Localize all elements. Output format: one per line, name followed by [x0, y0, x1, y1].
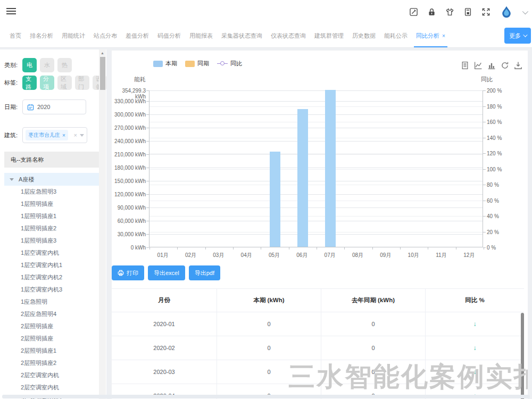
table-header-cell: 本期 (kWh): [217, 289, 321, 312]
table-cell: 0: [321, 312, 426, 336]
tree-item[interactable]: 1层照明插座1: [4, 210, 103, 222]
tab-码值分析[interactable]: 码值分析: [153, 24, 185, 47]
theme-icon[interactable]: [445, 7, 454, 16]
scroll-up-icon[interactable]: ▲: [99, 49, 106, 56]
x-tick-label: 06月: [296, 252, 307, 259]
data-view-icon[interactable]: [461, 61, 469, 70]
y-right-tick-label: 40 %: [487, 213, 499, 219]
tree-item[interactable]: 1层空调室内机1: [4, 259, 103, 271]
y-left-tick-label: 270,000 kWh: [112, 125, 146, 131]
bar-05月[interactable]: [270, 152, 280, 247]
category-chip-电[interactable]: 电: [22, 58, 37, 72]
tree-item[interactable]: 2层空调室内机: [4, 369, 103, 381]
tag-chip-支路[interactable]: 支路: [22, 76, 37, 90]
y-left-tick-label: 150,000 kWh: [112, 178, 146, 184]
y-axis-left-labels: 354,299.3 kWh330,000 kWh300,000 kWh270,0…: [112, 90, 146, 247]
more-button[interactable]: 更多: [504, 28, 531, 44]
tree-item[interactable]: 1层空调室内机: [4, 247, 103, 259]
chevron-down-icon[interactable]: [522, 8, 528, 14]
x-tick-label: 04月: [241, 252, 252, 259]
tree-item[interactable]: 2层照明插座: [4, 332, 103, 345]
tree-item[interactable]: 2层照明插座1: [4, 345, 103, 357]
logo[interactable]: [500, 5, 513, 19]
line-chart-icon[interactable]: [474, 61, 483, 70]
tree-item[interactable]: 1层应急照明3: [4, 186, 103, 198]
horizontal-scrollbar[interactable]: [2, 395, 530, 398]
building-tag: 枣庄市台儿庄×: [26, 130, 68, 140]
tree-root-item[interactable]: A座楼: [4, 173, 103, 186]
legend-item-同期[interactable]: 同期: [185, 60, 209, 68]
building-select[interactable]: 枣庄市台儿庄× ×: [22, 127, 87, 143]
fullscreen-icon[interactable]: [481, 7, 491, 16]
x-axis-labels: 01月02月03月04月05月06月07月08月09月10月11月12月: [149, 252, 483, 259]
tab-close-icon[interactable]: ×: [442, 33, 445, 39]
tab-首页[interactable]: 首页: [5, 24, 26, 47]
tab-站点分布[interactable]: 站点分布: [89, 24, 121, 47]
date-input[interactable]: 2020: [22, 99, 86, 114]
bar-06月[interactable]: [297, 109, 308, 247]
tree-item[interactable]: 1层照明插座2: [4, 222, 103, 235]
tree-item[interactable]: 1层照明插座: [4, 198, 103, 210]
tag-chip-部门[interactable]: 部门: [75, 76, 89, 90]
x-tick-label: 11月: [436, 252, 446, 259]
print-button[interactable]: 打印: [112, 265, 144, 280]
edit-note-icon[interactable]: [409, 7, 418, 16]
select-clear-icon[interactable]: ×: [74, 132, 77, 138]
tab-采集器状态查询[interactable]: 采集器状态查询: [217, 24, 267, 47]
tag-chip-分项[interactable]: 分项: [40, 76, 54, 90]
tree-item[interactable]: 1应急照明: [4, 296, 103, 308]
export-excel-button[interactable]: 导出excel: [148, 265, 185, 280]
table-cell: ↓: [426, 312, 524, 336]
trend-down-arrow-icon: ↓: [473, 344, 477, 352]
sidebar: 类别: 电水热 标签: 支路分项区域部门设备 日期: 2020 建筑: 枣庄市台…: [0, 49, 106, 399]
right-axis-title: 同比: [481, 76, 493, 84]
y-left-tick-label: 300,000 kWh: [112, 112, 146, 118]
tab-仪表状态查询[interactable]: 仪表状态查询: [267, 24, 310, 47]
table-cell: 0: [217, 360, 321, 384]
table-scrollbar[interactable]: [521, 313, 524, 399]
tree-item[interactable]: 2层照明插座2: [4, 357, 103, 369]
tab-建筑群管理[interactable]: 建筑群管理: [310, 24, 348, 47]
tab-同比分析[interactable]: 同比分析×: [412, 24, 450, 47]
tree-item[interactable]: 2层应急照明4: [4, 308, 103, 320]
table-row: 2020-0300↓: [112, 360, 524, 384]
tree-expand-caret-icon[interactable]: [10, 178, 14, 181]
chart-legend: 本期同期同比: [153, 60, 242, 68]
tab-能耗公示[interactable]: 能耗公示: [380, 24, 412, 47]
hamburger-icon[interactable]: [6, 8, 16, 15]
chevron-down-icon: [523, 32, 527, 37]
tag-close-icon[interactable]: ×: [62, 132, 65, 138]
x-tick-label: 02月: [185, 252, 196, 259]
y-left-tick-label: 0 kWh: [112, 245, 146, 251]
tree-item[interactable]: 1层空调室内机3: [4, 284, 103, 296]
category-chip-水[interactable]: 水: [40, 58, 54, 72]
tab-历史数据[interactable]: 历史数据: [348, 24, 380, 47]
tree-item[interactable]: 1层空调室内机2: [4, 271, 103, 284]
tree-item[interactable]: 2层照明插座: [4, 320, 103, 332]
legend-item-同比[interactable]: 同比: [217, 60, 242, 68]
tab-用能报表[interactable]: 用能报表: [185, 24, 217, 47]
printer-icon: [118, 270, 124, 276]
export-pdf-button[interactable]: 导出pdf: [189, 265, 220, 280]
id-card-icon[interactable]: [463, 7, 472, 16]
bar-chart-icon[interactable]: [487, 61, 496, 70]
x-tick-label: 07月: [325, 252, 336, 259]
y-left-tick-label: 180,000 kWh: [112, 165, 146, 171]
tab-差值分析[interactable]: 差值分析: [121, 24, 153, 47]
refresh-icon[interactable]: [501, 61, 509, 70]
tree-item[interactable]: 2层空调室内机: [4, 381, 103, 394]
legend-swatch-icon: [153, 61, 163, 67]
lock-icon[interactable]: [427, 7, 436, 16]
tag-chip-区域[interactable]: 区域: [57, 76, 72, 90]
tab-排名分析[interactable]: 排名分析: [26, 24, 57, 47]
category-chip-热[interactable]: 热: [57, 58, 72, 72]
tree-item[interactable]: 1层照明插座3: [4, 235, 103, 247]
legend-item-本期[interactable]: 本期: [153, 60, 177, 68]
tag-label: 标签:: [4, 79, 22, 87]
bar-07月[interactable]: [325, 90, 336, 247]
x-tick-label: 08月: [352, 252, 363, 259]
tab-用能统计[interactable]: 用能统计: [57, 24, 89, 47]
sidebar-scrollbar[interactable]: ▲ ▼: [99, 49, 106, 399]
scrollbar-thumb[interactable]: [100, 57, 105, 90]
download-icon[interactable]: [514, 61, 522, 70]
